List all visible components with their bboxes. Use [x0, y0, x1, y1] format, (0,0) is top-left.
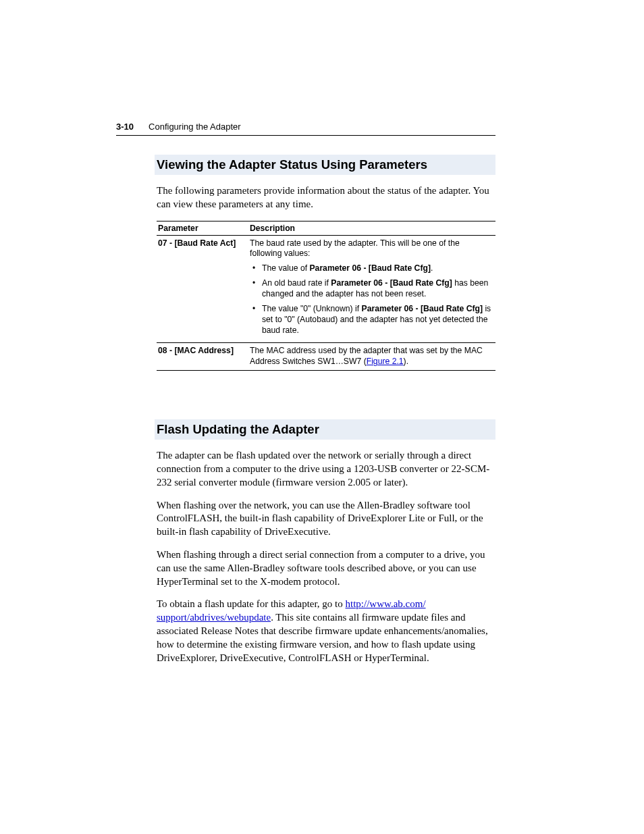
bullet-item: The value "0" (Unknown) if Parameter 06 … [250, 304, 491, 336]
update-link-part2[interactable]: support/abdrives/webupdate [157, 612, 271, 623]
desc-intro: The baud rate used by the adapter. This … [250, 238, 460, 259]
text: To obtain a flash update for this adapte… [157, 598, 346, 609]
figure-link[interactable]: Figure 2.1 [367, 357, 404, 366]
param-mac-address: 08 - [MAC Address] [157, 343, 248, 371]
desc-baud-rate-act: The baud rate used by the adapter. This … [248, 235, 495, 343]
page-header: 3-10 Configuring the Adapter [116, 122, 495, 136]
section-heading-flash: Flash Updating the Adapter [155, 419, 495, 440]
text: ). [404, 357, 408, 366]
bullet-item: The value of Parameter 06 - [Baud Rate C… [250, 263, 491, 274]
header-section: Configuring the Adapter [149, 122, 241, 132]
flash-para-3: When flashing through a direct serial co… [157, 548, 495, 588]
flash-para-4: To obtain a flash update for this adapte… [157, 598, 495, 664]
col-parameter: Parameter [157, 221, 248, 235]
bold-text: Parameter 06 - [Baud Rate Cfg] [331, 278, 452, 288]
intro-paragraph: The following parameters provide informa… [157, 184, 495, 211]
update-link-part1[interactable]: http://www.ab.com/ [346, 598, 426, 609]
table-row: 08 - [MAC Address] The MAC address used … [157, 343, 495, 371]
flash-para-1: The adapter can be flash updated over th… [157, 449, 495, 489]
text: The value of [262, 263, 309, 273]
bold-text: Parameter 06 - [Baud Rate Cfg] [362, 304, 483, 313]
page-container: 3-10 Configuring the Adapter Viewing the… [0, 0, 644, 741]
bullet-item: An old baud rate if Parameter 06 - [Baud… [250, 278, 491, 300]
text: An old baud rate if [262, 278, 331, 288]
flash-para-2: When flashing over the network, you can … [157, 499, 495, 539]
bold-text: Parameter 06 - [Baud Rate Cfg] [309, 263, 430, 273]
col-description: Description [248, 221, 495, 235]
section-heading-viewing: Viewing the Adapter Status Using Paramet… [155, 155, 495, 175]
table-row: 07 - [Baud Rate Act] The baud rate used … [157, 235, 495, 343]
text: . [431, 263, 433, 273]
page-number: 3-10 [116, 122, 134, 132]
text: The value "0" (Unknown) if [262, 304, 362, 313]
desc-mac-address: The MAC address used by the adapter that… [248, 343, 495, 371]
parameters-table: Parameter Description 07 - [Baud Rate Ac… [157, 221, 495, 371]
param-baud-rate-act: 07 - [Baud Rate Act] [157, 235, 248, 343]
